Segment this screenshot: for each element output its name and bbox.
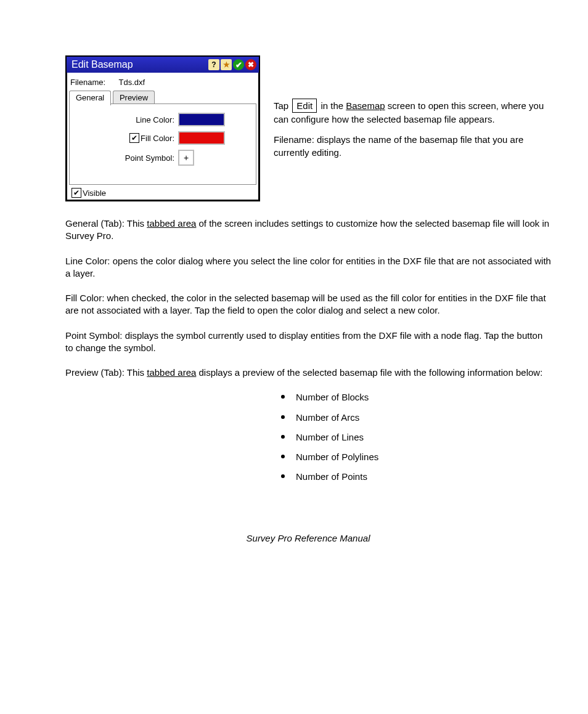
preview-tab-paragraph: Preview (Tab): This tabbed area displays… [65,367,551,379]
fill-color-inner [179,132,224,144]
page-footer: Survey Pro Reference Manual [65,533,551,543]
fill-color-paragraph: Fill Color: when checked, the color in t… [65,292,551,317]
point-symbol-row: Point Symbol: + [76,150,250,166]
list-item: Number of Polylines [279,451,551,463]
tabbed-area-link-1[interactable]: tabbed area [147,218,196,229]
list-item: Number of Arcs [279,412,551,424]
basemap-link[interactable]: Basemap [346,100,385,111]
p1a: Tap [274,100,291,111]
filename-row: Filename: Tds.dxf [69,75,256,91]
p7a: Preview (Tab): This [65,367,147,378]
dialog-body: Filename: Tds.dxf General Preview Line C… [67,73,259,200]
intro-paragraph: Tap Edit in the Basemap screen to open t… [274,99,551,126]
body-text: General (Tab): This tabbed area of the s… [65,217,551,484]
visible-label: Visible [83,189,106,198]
fill-color-label: Fill Color: [141,134,174,143]
tab-preview[interactable]: Preview [113,91,155,105]
general-tab-paragraph: General (Tab): This tabbed area of the s… [65,217,551,243]
ok-icon[interactable]: ✔ [233,59,244,70]
star-icon[interactable]: ★ [221,59,232,70]
titlebar-buttons: ? ★ ✔ ✖ [208,59,256,70]
edit-button-inline: Edit [292,99,317,113]
point-symbol-button[interactable]: + [178,150,194,166]
filename-value: Tds.dxf [118,78,145,87]
filename-label: Filename: [70,78,105,87]
dialog-title: Edit Basemap [71,59,208,70]
p3a: General (Tab): This [65,218,147,229]
line-color-swatch[interactable] [178,113,225,126]
bullet-list: Number of Blocks Number of Arcs Number o… [279,391,551,483]
close-icon[interactable]: ✖ [245,59,256,70]
p1b: in the [318,100,346,111]
bullet-list-wrap: Number of Blocks Number of Arcs Number o… [279,391,551,483]
tabbed-area-link-2[interactable]: tabbed area [147,367,196,378]
visible-checkbox[interactable]: ✔ [71,188,81,198]
general-tab-panel: Line Color: ✔ Fill Color: [69,103,256,185]
fill-color-row: ✔ Fill Color: [76,131,250,145]
fill-color-checkbox[interactable]: ✔ [129,133,139,143]
p7b: displays a preview of the selected basem… [196,367,542,378]
line-color-label: Line Color: [76,115,178,124]
line-color-inner [179,114,224,125]
line-color-row: Line Color: [76,113,250,126]
list-item: Number of Lines [279,431,551,444]
list-item: Number of Points [279,471,551,483]
filename-paragraph: Filename: displays the name of the basem… [274,133,551,159]
point-symbol-paragraph: Point Symbol: displays the symbol curren… [65,330,551,355]
fill-color-swatch[interactable] [178,131,225,145]
right-text-column: Tap Edit in the Basemap screen to open t… [274,55,551,166]
tab-general[interactable]: General [69,91,111,105]
point-symbol-label: Point Symbol: [76,153,178,163]
list-item: Number of Blocks [279,391,551,404]
visible-row: ✔ Visible [69,185,256,200]
dialog-titlebar: Edit Basemap ? ★ ✔ ✖ [67,57,259,73]
help-icon[interactable]: ? [208,59,219,70]
line-color-paragraph: Line Color: opens the color dialog where… [65,255,551,280]
tabstrip: General Preview [69,91,256,104]
edit-basemap-dialog: Edit Basemap ? ★ ✔ ✖ Filename: Tds.dxf G… [65,55,260,201]
